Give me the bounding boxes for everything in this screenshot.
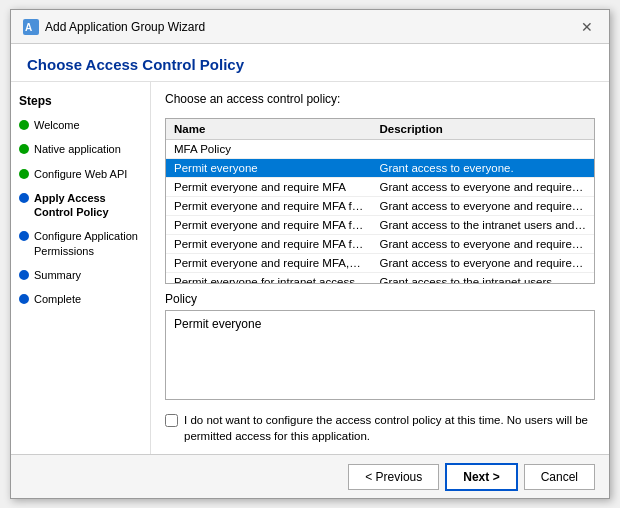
step-dot-complete — [19, 294, 29, 304]
skip-policy-checkbox[interactable] — [165, 414, 178, 427]
sidebar-item-configure-application-permissions[interactable]: Configure Application Permissions — [19, 227, 142, 260]
step-dot-apply-access-control-policy — [19, 193, 29, 203]
policy-box: Permit everyone — [165, 310, 595, 400]
step-dot-configure-web-api — [19, 169, 29, 179]
row-5-name: Permit everyone and require MFA from una… — [166, 235, 371, 253]
close-button[interactable]: ✕ — [577, 17, 597, 37]
row-6-name: Permit everyone and require MFA, allow a… — [166, 254, 371, 272]
step-label-complete: Complete — [34, 292, 81, 306]
sidebar-item-configure-web-api[interactable]: Configure Web API — [19, 165, 142, 183]
next-button[interactable]: Next > — [445, 463, 517, 491]
step-label-summary: Summary — [34, 268, 81, 282]
title-bar-left: A Add Application Group Wizard — [23, 19, 205, 35]
steps-panel: Steps Welcome Native application Configu… — [11, 82, 151, 454]
step-dot-welcome — [19, 120, 29, 130]
row-4-description: Grant access to the intranet users and r… — [371, 216, 594, 234]
step-label-native-application: Native application — [34, 142, 121, 156]
row-6-description: Grant access to everyone and require MFA… — [371, 254, 594, 272]
previous-button[interactable]: < Previous — [348, 464, 439, 490]
step-dot-configure-application-permissions — [19, 231, 29, 241]
title-bar: A Add Application Group Wizard ✕ — [11, 10, 609, 44]
cancel-button[interactable]: Cancel — [524, 464, 595, 490]
skip-policy-row: I do not want to configure the access co… — [165, 412, 595, 444]
table-row[interactable]: Permit everyone and require MFA, allow a… — [166, 254, 594, 273]
step-label-apply-access-control-policy: Apply Access Control Policy — [34, 191, 142, 220]
policy-box-section: Policy Permit everyone — [165, 292, 595, 400]
sidebar-item-complete[interactable]: Complete — [19, 290, 142, 308]
table-body: MFA Policy Permit everyone Grant access … — [166, 140, 594, 284]
row-3-description: Grant access to everyone and require MFA… — [371, 197, 594, 215]
table-header: Name Description — [166, 119, 594, 140]
row-1-description: Grant access to everyone. — [371, 159, 594, 177]
sidebar-item-native-application[interactable]: Native application — [19, 140, 142, 158]
choose-policy-label: Choose an access control policy: — [165, 92, 595, 106]
step-dot-native-application — [19, 144, 29, 154]
row-0-name: MFA Policy — [166, 140, 371, 158]
row-7-name: Permit everyone for intranet access — [166, 273, 371, 284]
sidebar-item-summary[interactable]: Summary — [19, 266, 142, 284]
table-row[interactable]: Permit everyone and require MFA Grant ac… — [166, 178, 594, 197]
step-label-configure-application-permissions: Configure Application Permissions — [34, 229, 142, 258]
row-2-name: Permit everyone and require MFA — [166, 178, 371, 196]
main-panel: Choose an access control policy: Name De… — [151, 82, 609, 454]
col-name-header: Name — [166, 119, 371, 139]
page-title: Choose Access Control Policy — [11, 44, 609, 82]
table-row[interactable]: MFA Policy — [166, 140, 594, 159]
row-4-name: Permit everyone and require MFA from ext… — [166, 216, 371, 234]
table-row[interactable]: Permit everyone for intranet access Gran… — [166, 273, 594, 284]
row-0-description — [371, 146, 594, 152]
sidebar-item-apply-access-control-policy[interactable]: Apply Access Control Policy — [19, 189, 142, 222]
row-3-name: Permit everyone and require MFA for spec… — [166, 197, 371, 215]
table-row[interactable]: Permit everyone and require MFA for spec… — [166, 197, 594, 216]
row-2-description: Grant access to everyone and require MFA… — [371, 178, 594, 196]
col-description-header: Description — [371, 119, 594, 139]
table-row[interactable]: Permit everyone and require MFA from una… — [166, 235, 594, 254]
svg-text:A: A — [25, 22, 32, 33]
row-1-name: Permit everyone — [166, 159, 371, 177]
footer: < Previous Next > Cancel — [11, 454, 609, 498]
step-label-welcome: Welcome — [34, 118, 80, 132]
step-label-configure-web-api: Configure Web API — [34, 167, 127, 181]
table-row[interactable]: Permit everyone and require MFA from ext… — [166, 216, 594, 235]
dialog: A Add Application Group Wizard ✕ Choose … — [10, 9, 610, 499]
title-bar-text: Add Application Group Wizard — [45, 20, 205, 34]
wizard-icon: A — [23, 19, 39, 35]
skip-policy-label: I do not want to configure the access co… — [184, 412, 595, 444]
step-dot-summary — [19, 270, 29, 280]
row-5-description: Grant access to everyone and require MFA… — [371, 235, 594, 253]
policy-table-wrapper: Name Description MFA Policy Permit every… — [165, 118, 595, 284]
content-area: Steps Welcome Native application Configu… — [11, 82, 609, 454]
policy-box-label: Policy — [165, 292, 595, 306]
row-7-description: Grant access to the intranet users. — [371, 273, 594, 284]
sidebar-item-welcome[interactable]: Welcome — [19, 116, 142, 134]
steps-title: Steps — [19, 94, 142, 108]
table-row[interactable]: Permit everyone Grant access to everyone… — [166, 159, 594, 178]
